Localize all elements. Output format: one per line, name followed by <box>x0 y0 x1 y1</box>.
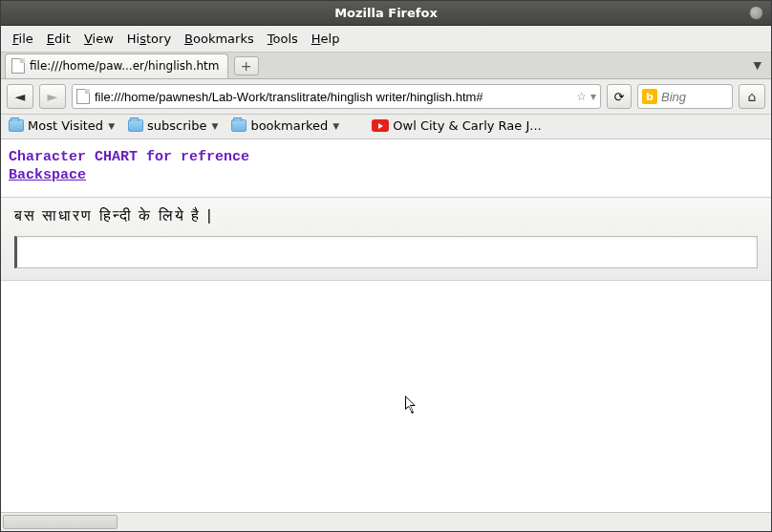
url-actions: ☆ ▾ <box>576 90 596 103</box>
menu-history[interactable]: History <box>121 30 177 48</box>
bookmark-label: Owl City & Carly Rae J... <box>393 118 541 133</box>
forward-icon: ► <box>48 89 58 104</box>
backspace-link[interactable]: Backspace <box>9 167 86 183</box>
bookmark-label: bookmarked <box>250 118 328 133</box>
reload-button[interactable]: ⟳ <box>607 84 632 109</box>
folder-icon <box>128 119 143 132</box>
menu-file[interactable]: File <box>7 30 39 48</box>
menu-help[interactable]: Help <box>306 30 346 48</box>
menu-tools[interactable]: Tools <box>262 30 304 48</box>
mouse-cursor-icon <box>405 395 418 418</box>
folder-icon <box>9 119 24 132</box>
hindi-output-text: बस साधारण हिन्दी के लिये है | <box>14 207 758 224</box>
nav-toolbar: ◄ ► ☆ ▾ ⟳ b ⌂ <box>1 79 771 115</box>
site-identity-icon[interactable] <box>76 89 90 104</box>
forward-button[interactable]: ► <box>39 84 66 109</box>
chevron-down-icon: ▼ <box>211 121 218 131</box>
home-icon: ⌂ <box>748 89 757 104</box>
menubar: File Edit View History Bookmarks Tools H… <box>1 26 771 53</box>
page-content: Character CHART for refrence Backspace ब… <box>1 139 771 512</box>
search-input[interactable] <box>661 90 728 104</box>
transliteration-panel: बस साधारण हिन्दी के लिये है | <box>1 197 771 281</box>
tab-bar: file:///home/paw...er/hinglish.htm + ▼ <box>1 53 771 79</box>
status-grip[interactable] <box>3 515 118 529</box>
bookmark-bookmarked[interactable]: bookmarked ▼ <box>231 118 339 133</box>
youtube-icon <box>372 119 389 132</box>
url-input[interactable] <box>95 90 571 104</box>
bookmark-most-visited[interactable]: Most Visited ▼ <box>9 118 115 133</box>
menu-view[interactable]: View <box>78 30 119 48</box>
search-box[interactable]: b <box>637 84 733 109</box>
bookmarks-toolbar: Most Visited ▼ subscribe ▼ bookmarked ▼ … <box>1 115 771 139</box>
home-button[interactable]: ⌂ <box>739 84 765 109</box>
menu-edit[interactable]: Edit <box>41 30 76 48</box>
bookmark-star-icon[interactable]: ☆ <box>576 90 587 103</box>
back-button[interactable]: ◄ <box>7 84 33 109</box>
back-icon: ◄ <box>15 89 26 104</box>
bookmark-subscribe[interactable]: subscribe ▼ <box>128 118 218 133</box>
bookmark-label: subscribe <box>147 118 206 133</box>
new-tab-button[interactable]: + <box>234 56 259 75</box>
transliteration-input[interactable] <box>14 236 758 268</box>
page-icon <box>11 58 25 74</box>
bing-icon[interactable]: b <box>642 89 657 104</box>
url-dropdown-icon[interactable]: ▾ <box>590 90 596 103</box>
window-control-icon[interactable] <box>749 6 763 20</box>
url-bar[interactable]: ☆ ▾ <box>72 84 601 109</box>
plus-icon: + <box>241 58 252 74</box>
chevron-down-icon: ▼ <box>332 121 339 131</box>
window-titlebar: Mozilla Firefox <box>1 1 771 26</box>
status-bar <box>1 512 771 531</box>
menu-bookmarks[interactable]: Bookmarks <box>179 30 260 48</box>
bookmark-video[interactable]: Owl City & Carly Rae J... <box>372 118 541 133</box>
chevron-down-icon: ▼ <box>108 121 115 131</box>
reload-icon: ⟳ <box>614 90 625 104</box>
window-title: Mozilla Firefox <box>334 6 438 20</box>
character-chart-link[interactable]: Character CHART for refrence <box>9 149 249 165</box>
folder-icon <box>231 119 247 132</box>
tab-label: file:///home/paw...er/hinglish.htm <box>30 59 220 73</box>
tab-active[interactable]: file:///home/paw...er/hinglish.htm <box>5 53 228 78</box>
tabs-dropdown-icon[interactable]: ▼ <box>754 59 761 72</box>
bookmark-label: Most Visited <box>28 118 103 133</box>
